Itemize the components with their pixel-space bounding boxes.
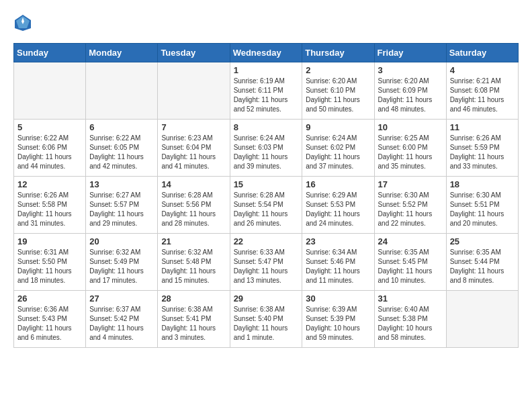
day-info: Sunrise: 6:32 AM Sunset: 5:49 PM Dayligh…	[89, 248, 154, 285]
day-info: Sunrise: 6:32 AM Sunset: 5:48 PM Dayligh…	[161, 248, 226, 285]
day-cell: 16Sunrise: 6:29 AM Sunset: 5:53 PM Dayli…	[302, 177, 374, 234]
day-info: Sunrise: 6:33 AM Sunset: 5:47 PM Dayligh…	[234, 248, 299, 285]
day-info: Sunrise: 6:26 AM Sunset: 5:59 PM Dayligh…	[450, 134, 515, 171]
day-cell: 30Sunrise: 6:39 AM Sunset: 5:39 PM Dayli…	[302, 291, 374, 348]
day-number: 16	[306, 179, 370, 189]
day-info: Sunrise: 6:28 AM Sunset: 5:56 PM Dayligh…	[161, 191, 226, 228]
day-number: 4	[450, 65, 515, 75]
day-cell: 18Sunrise: 6:30 AM Sunset: 5:51 PM Dayli…	[446, 177, 518, 234]
day-number: 25	[450, 236, 515, 246]
day-cell	[86, 62, 158, 120]
day-cell: 4Sunrise: 6:21 AM Sunset: 6:08 PM Daylig…	[446, 62, 518, 120]
day-cell: 20Sunrise: 6:32 AM Sunset: 5:49 PM Dayli…	[86, 234, 158, 291]
day-info: Sunrise: 6:40 AM Sunset: 5:38 PM Dayligh…	[378, 305, 443, 342]
day-cell: 26Sunrise: 6:36 AM Sunset: 5:43 PM Dayli…	[14, 291, 86, 348]
header-saturday: Saturday	[446, 44, 518, 62]
day-number: 20	[89, 236, 154, 246]
day-number: 26	[17, 293, 82, 304]
day-number: 11	[450, 122, 515, 132]
day-number: 5	[17, 122, 82, 132]
logo	[13, 13, 35, 32]
day-info: Sunrise: 6:36 AM Sunset: 5:43 PM Dayligh…	[17, 305, 82, 342]
day-cell: 1Sunrise: 6:19 AM Sunset: 6:11 PM Daylig…	[230, 62, 302, 120]
day-number: 8	[234, 122, 299, 132]
day-number: 3	[378, 65, 443, 75]
day-cell: 17Sunrise: 6:30 AM Sunset: 5:52 PM Dayli…	[374, 177, 446, 234]
header-sunday: Sunday	[14, 44, 86, 62]
page-header	[13, 13, 519, 32]
day-number: 10	[378, 122, 443, 132]
calendar: SundayMondayTuesdayWednesdayThursdayFrid…	[13, 43, 519, 348]
day-cell	[14, 62, 86, 120]
logo-icon	[13, 13, 32, 32]
day-number: 6	[89, 122, 154, 132]
day-number: 28	[161, 293, 226, 304]
day-cell: 27Sunrise: 6:37 AM Sunset: 5:42 PM Dayli…	[86, 291, 158, 348]
day-cell: 3Sunrise: 6:20 AM Sunset: 6:09 PM Daylig…	[374, 62, 446, 120]
day-cell: 23Sunrise: 6:34 AM Sunset: 5:46 PM Dayli…	[302, 234, 374, 291]
week-row-4: 19Sunrise: 6:31 AM Sunset: 5:50 PM Dayli…	[14, 234, 519, 291]
day-cell: 15Sunrise: 6:28 AM Sunset: 5:54 PM Dayli…	[230, 177, 302, 234]
day-info: Sunrise: 6:37 AM Sunset: 5:42 PM Dayligh…	[89, 305, 154, 342]
day-info: Sunrise: 6:19 AM Sunset: 6:11 PM Dayligh…	[234, 77, 299, 114]
day-info: Sunrise: 6:29 AM Sunset: 5:53 PM Dayligh…	[306, 191, 370, 228]
day-info: Sunrise: 6:24 AM Sunset: 6:02 PM Dayligh…	[306, 134, 370, 171]
day-number: 23	[306, 236, 370, 246]
header-tuesday: Tuesday	[158, 44, 230, 62]
day-cell: 28Sunrise: 6:38 AM Sunset: 5:41 PM Dayli…	[158, 291, 230, 348]
day-info: Sunrise: 6:22 AM Sunset: 6:05 PM Dayligh…	[89, 134, 154, 171]
day-info: Sunrise: 6:39 AM Sunset: 5:39 PM Dayligh…	[306, 305, 370, 342]
day-cell: 19Sunrise: 6:31 AM Sunset: 5:50 PM Dayli…	[14, 234, 86, 291]
day-number: 13	[89, 179, 154, 189]
day-info: Sunrise: 6:38 AM Sunset: 5:40 PM Dayligh…	[234, 305, 299, 342]
day-cell: 24Sunrise: 6:35 AM Sunset: 5:45 PM Dayli…	[374, 234, 446, 291]
day-cell: 5Sunrise: 6:22 AM Sunset: 6:06 PM Daylig…	[14, 120, 86, 177]
day-cell: 29Sunrise: 6:38 AM Sunset: 5:40 PM Dayli…	[230, 291, 302, 348]
day-number: 12	[17, 179, 82, 189]
day-info: Sunrise: 6:20 AM Sunset: 6:10 PM Dayligh…	[306, 77, 370, 114]
day-cell: 8Sunrise: 6:24 AM Sunset: 6:03 PM Daylig…	[230, 120, 302, 177]
week-row-2: 5Sunrise: 6:22 AM Sunset: 6:06 PM Daylig…	[14, 120, 519, 177]
day-info: Sunrise: 6:38 AM Sunset: 5:41 PM Dayligh…	[161, 305, 226, 342]
day-number: 21	[161, 236, 226, 246]
day-number: 9	[306, 122, 370, 132]
day-info: Sunrise: 6:26 AM Sunset: 5:58 PM Dayligh…	[17, 191, 82, 228]
day-cell: 25Sunrise: 6:35 AM Sunset: 5:44 PM Dayli…	[446, 234, 518, 291]
day-number: 14	[161, 179, 226, 189]
day-info: Sunrise: 6:35 AM Sunset: 5:44 PM Dayligh…	[450, 248, 515, 285]
day-info: Sunrise: 6:24 AM Sunset: 6:03 PM Dayligh…	[234, 134, 299, 171]
header-row: SundayMondayTuesdayWednesdayThursdayFrid…	[14, 44, 519, 62]
day-info: Sunrise: 6:25 AM Sunset: 6:00 PM Dayligh…	[378, 134, 443, 171]
day-number: 27	[89, 293, 154, 304]
day-cell	[158, 62, 230, 120]
header-friday: Friday	[374, 44, 446, 62]
day-number: 19	[17, 236, 82, 246]
day-number: 31	[378, 293, 443, 304]
day-info: Sunrise: 6:20 AM Sunset: 6:09 PM Dayligh…	[378, 77, 443, 114]
day-cell: 12Sunrise: 6:26 AM Sunset: 5:58 PM Dayli…	[14, 177, 86, 234]
day-info: Sunrise: 6:23 AM Sunset: 6:04 PM Dayligh…	[161, 134, 226, 171]
day-cell: 22Sunrise: 6:33 AM Sunset: 5:47 PM Dayli…	[230, 234, 302, 291]
day-info: Sunrise: 6:34 AM Sunset: 5:46 PM Dayligh…	[306, 248, 370, 285]
week-row-1: 1Sunrise: 6:19 AM Sunset: 6:11 PM Daylig…	[14, 62, 519, 120]
header-thursday: Thursday	[302, 44, 374, 62]
day-info: Sunrise: 6:28 AM Sunset: 5:54 PM Dayligh…	[234, 191, 299, 228]
day-info: Sunrise: 6:35 AM Sunset: 5:45 PM Dayligh…	[378, 248, 443, 285]
day-cell: 31Sunrise: 6:40 AM Sunset: 5:38 PM Dayli…	[374, 291, 446, 348]
day-number: 22	[234, 236, 299, 246]
day-info: Sunrise: 6:31 AM Sunset: 5:50 PM Dayligh…	[17, 248, 82, 285]
header-wednesday: Wednesday	[230, 44, 302, 62]
day-cell: 14Sunrise: 6:28 AM Sunset: 5:56 PM Dayli…	[158, 177, 230, 234]
day-number: 2	[306, 65, 370, 75]
day-info: Sunrise: 6:21 AM Sunset: 6:08 PM Dayligh…	[450, 77, 515, 114]
day-number: 1	[234, 65, 299, 75]
day-cell: 11Sunrise: 6:26 AM Sunset: 5:59 PM Dayli…	[446, 120, 518, 177]
day-number: 15	[234, 179, 299, 189]
week-row-5: 26Sunrise: 6:36 AM Sunset: 5:43 PM Dayli…	[14, 291, 519, 348]
day-cell: 7Sunrise: 6:23 AM Sunset: 6:04 PM Daylig…	[158, 120, 230, 177]
day-info: Sunrise: 6:22 AM Sunset: 6:06 PM Dayligh…	[17, 134, 82, 171]
day-cell: 13Sunrise: 6:27 AM Sunset: 5:57 PM Dayli…	[86, 177, 158, 234]
day-cell	[446, 291, 518, 348]
day-number: 17	[378, 179, 443, 189]
day-cell: 9Sunrise: 6:24 AM Sunset: 6:02 PM Daylig…	[302, 120, 374, 177]
